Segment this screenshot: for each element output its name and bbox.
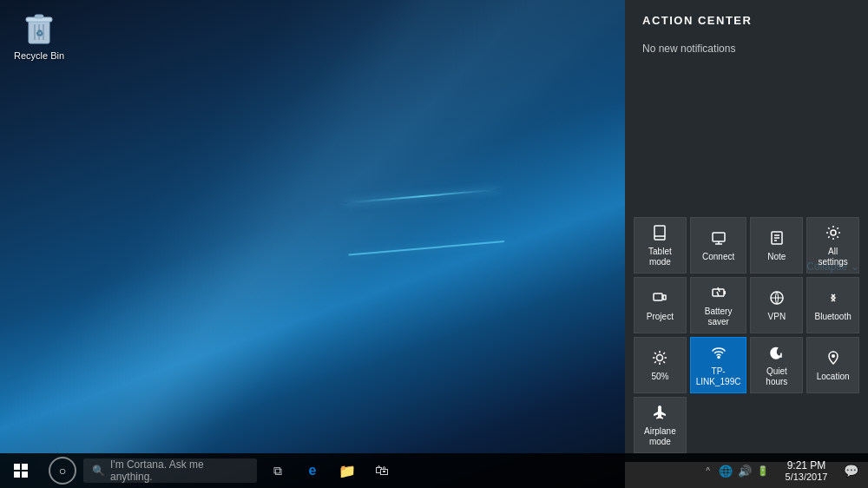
note-label: Note xyxy=(767,252,786,262)
task-view-button[interactable]: ⧉ xyxy=(260,453,295,488)
svg-rect-2 xyxy=(35,15,43,18)
notification-icon: 💬 xyxy=(844,464,858,478)
svg-line-34 xyxy=(654,361,656,363)
desktop: ♻ Recycle Bin xyxy=(0,0,625,488)
bluetooth-label: Bluetooth xyxy=(814,312,851,322)
edge-icon: e xyxy=(309,463,317,478)
cortana-icon: ○ xyxy=(59,464,66,478)
action-center-panel: ACTION CENTER No new notifications Colla… xyxy=(625,0,868,462)
svg-rect-21 xyxy=(724,291,726,294)
quick-tile-note[interactable]: Note xyxy=(750,217,803,274)
empty-tile-13 xyxy=(690,397,747,453)
brightness-icon xyxy=(652,350,667,368)
svg-text:♻: ♻ xyxy=(36,29,43,38)
battery-icon[interactable]: 🔋 xyxy=(755,465,771,477)
system-tray: ^ 🌐 🔊 🔋 9:21 PM 5/13/2017 💬 xyxy=(704,453,868,488)
search-icon: 🔍 xyxy=(92,465,105,477)
quick-tile-battery-saver[interactable]: Battery saver xyxy=(690,277,747,333)
tablet-mode-icon xyxy=(652,225,667,243)
clock-date: 5/13/2017 xyxy=(786,472,828,482)
taskbar: ○ 🔍 I'm Cortana. Ask me anything. ⧉ e 📁 … xyxy=(0,453,868,488)
svg-rect-9 xyxy=(713,233,725,241)
location-label: Location xyxy=(817,372,850,382)
svg-rect-7 xyxy=(654,226,665,240)
action-center-title: ACTION CENTER xyxy=(625,0,868,36)
quick-tile-project[interactable]: Project xyxy=(634,277,687,333)
recycle-bin-label: Recycle Bin xyxy=(9,50,69,62)
file-explorer-button[interactable]: 📁 xyxy=(330,453,365,488)
quick-actions-area: Tablet modeConnectNoteAll settingsProjec… xyxy=(625,208,868,462)
no-notifications-text: No new notifications xyxy=(625,36,868,72)
tray-chevron-icon[interactable]: ^ xyxy=(704,466,712,476)
quick-tile-connect[interactable]: Connect xyxy=(690,217,747,274)
svg-rect-37 xyxy=(14,464,20,470)
clock-time: 9:21 PM xyxy=(787,459,826,472)
network-icon[interactable]: 🌐 xyxy=(717,465,734,478)
wifi-icon xyxy=(711,345,727,363)
vpn-icon xyxy=(769,290,785,308)
start-button[interactable] xyxy=(0,453,42,488)
recycle-bin-icon[interactable]: ♻ Recycle Bin xyxy=(9,9,69,62)
taskbar-clock[interactable]: 9:21 PM 5/13/2017 xyxy=(776,459,837,482)
project-label: Project xyxy=(647,312,674,322)
battery-saver-label: Battery saver xyxy=(696,307,741,327)
action-center-button[interactable]: 💬 xyxy=(837,453,865,488)
quick-tile-vpn[interactable]: VPN xyxy=(750,277,803,333)
quick-tile-airplane-mode[interactable]: Airplane mode xyxy=(634,397,687,453)
airplane-mode-label: Airplane mode xyxy=(640,426,681,447)
quick-tile-tablet-mode[interactable]: Tablet mode xyxy=(634,217,687,274)
quick-tile-all-settings[interactable]: All settings xyxy=(806,217,859,274)
airplane-mode-icon xyxy=(652,405,667,423)
search-placeholder-text: I'm Cortana. Ask me anything. xyxy=(110,458,248,483)
quick-tile-brightness[interactable]: 50% xyxy=(634,337,687,393)
volume-icon[interactable]: 🔊 xyxy=(736,465,753,478)
cortana-button[interactable]: ○ xyxy=(49,457,76,485)
recycle-bin-image: ♻ xyxy=(22,9,56,47)
svg-line-33 xyxy=(664,353,666,354)
svg-line-22 xyxy=(718,287,720,292)
quick-tile-quiet-hours[interactable]: Quiet hours xyxy=(750,337,803,393)
svg-rect-39 xyxy=(14,472,20,478)
note-icon xyxy=(769,230,785,248)
connect-label: Connect xyxy=(702,252,734,262)
svg-rect-38 xyxy=(22,464,28,470)
file-explorer-icon: 📁 xyxy=(339,463,356,479)
tablet-mode-label: Tablet mode xyxy=(640,247,681,267)
quick-tiles-grid: Tablet modeConnectNoteAll settingsProjec… xyxy=(634,217,859,453)
brightness-label: 50% xyxy=(651,372,668,382)
svg-point-35 xyxy=(718,357,720,359)
quiet-hours-icon xyxy=(769,345,785,363)
search-bar[interactable]: 🔍 I'm Cortana. Ask me anything. xyxy=(83,458,257,483)
svg-line-32 xyxy=(664,361,666,363)
empty-tile-15 xyxy=(806,397,859,453)
location-icon xyxy=(825,350,841,368)
svg-rect-40 xyxy=(22,472,28,478)
svg-rect-17 xyxy=(654,293,662,300)
empty-tile-14 xyxy=(750,397,803,453)
battery-saver-icon xyxy=(711,285,727,303)
quiet-hours-label: Quiet hours xyxy=(756,366,797,387)
all-settings-label: All settings xyxy=(812,247,853,267)
quick-tile-location[interactable]: Location xyxy=(806,337,859,393)
tray-icons: 🌐 🔊 🔋 xyxy=(712,465,776,478)
quick-tile-wifi[interactable]: TP-LINK_199C xyxy=(690,337,747,393)
wifi-label: TP-LINK_199C xyxy=(696,366,741,387)
edge-button[interactable]: e xyxy=(295,453,330,488)
svg-line-31 xyxy=(654,353,656,354)
store-icon: 🛍 xyxy=(375,463,389,478)
store-button[interactable]: 🛍 xyxy=(365,453,399,488)
bluetooth-icon xyxy=(825,290,841,308)
vpn-label: VPN xyxy=(768,312,786,322)
svg-point-36 xyxy=(832,354,835,358)
project-icon xyxy=(652,290,667,308)
task-view-icon: ⧉ xyxy=(273,464,282,478)
quick-tile-bluetooth[interactable]: Bluetooth xyxy=(806,277,859,333)
all-settings-icon xyxy=(825,225,841,243)
svg-rect-18 xyxy=(663,295,666,300)
svg-point-26 xyxy=(657,355,663,361)
svg-point-16 xyxy=(831,230,836,235)
connect-icon xyxy=(711,230,727,248)
